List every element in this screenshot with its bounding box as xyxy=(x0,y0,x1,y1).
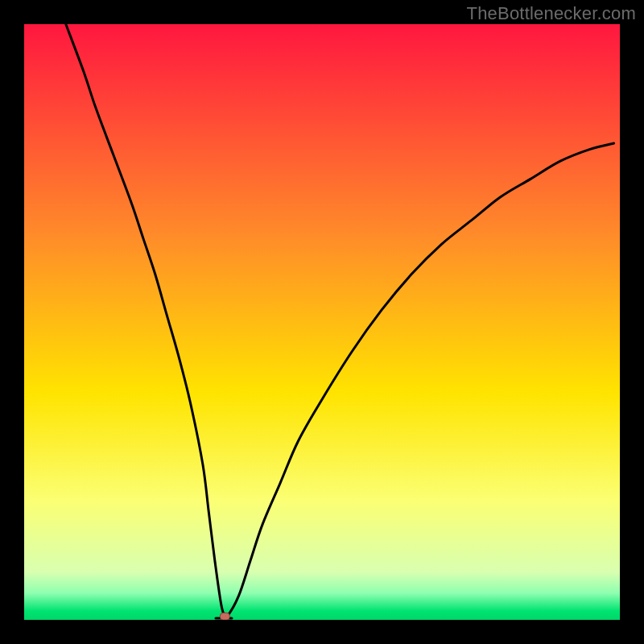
watermark-text: TheBottlenecker.com xyxy=(467,3,636,24)
bottleneck-chart xyxy=(24,24,620,620)
gradient-background xyxy=(24,24,620,620)
optimal-point-marker xyxy=(220,613,229,620)
chart-frame xyxy=(24,24,620,620)
